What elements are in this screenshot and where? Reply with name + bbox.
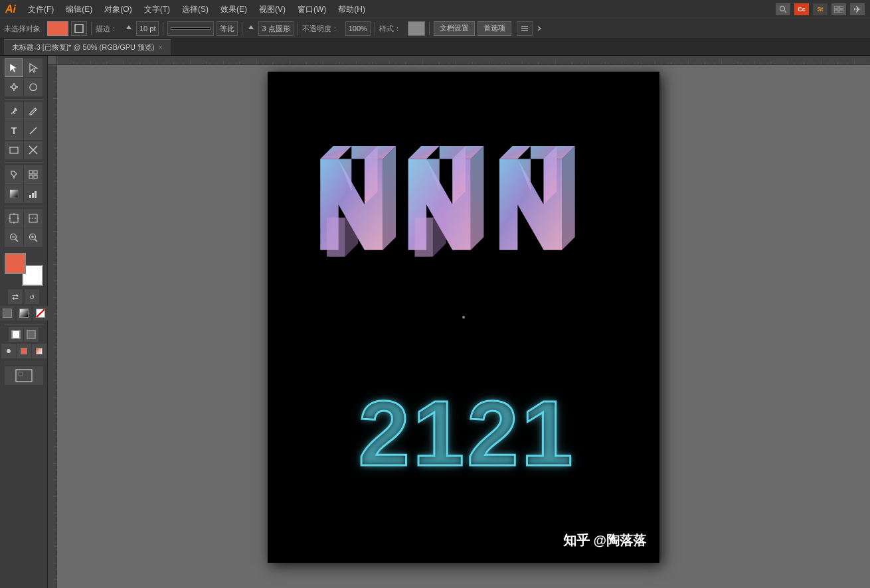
tab-close-btn[interactable]: × xyxy=(159,44,163,51)
tool-sep5 xyxy=(5,362,43,362)
isolate-mode-btn[interactable] xyxy=(24,327,39,342)
menu-select[interactable]: 选择(S) xyxy=(177,3,214,17)
direct-select-tool[interactable] xyxy=(24,58,43,77)
svg-marker-61 xyxy=(408,146,440,159)
sep4 xyxy=(298,22,298,35)
svg-line-36 xyxy=(35,240,38,242)
zoom-display[interactable] xyxy=(5,228,23,247)
svg-rect-40 xyxy=(19,372,23,376)
shape-tool-row xyxy=(5,141,43,159)
svg-rect-24 xyxy=(35,191,37,198)
type-tool[interactable]: T xyxy=(5,121,23,140)
point-shape[interactable]: 3 点圆形 xyxy=(258,21,293,36)
svg-rect-21 xyxy=(10,190,18,198)
svg-rect-18 xyxy=(34,171,37,174)
fill-mode-row xyxy=(0,306,48,321)
canvas-area: 2121 知乎 @陶落落 xyxy=(48,56,870,588)
lasso-tool[interactable] xyxy=(24,78,43,96)
menu-view[interactable]: 视图(V) xyxy=(254,3,291,17)
artboard-tool[interactable] xyxy=(5,209,23,228)
select-tool[interactable] xyxy=(5,58,23,77)
arrow-icon-box[interactable]: ✈ xyxy=(850,3,865,15)
normal-mode-btn[interactable] xyxy=(9,327,23,342)
svg-rect-22 xyxy=(29,195,31,198)
menu-window[interactable]: 窗口(W) xyxy=(292,3,331,17)
type-tool-row: T xyxy=(5,121,43,140)
menu-edit[interactable]: 编辑(E) xyxy=(60,3,98,17)
diagonal-tool[interactable] xyxy=(24,141,43,159)
menu-object[interactable]: 对象(O) xyxy=(99,3,137,17)
gradient-tool[interactable] xyxy=(5,184,23,203)
main-area: T xyxy=(0,56,870,588)
stroke-preview-box[interactable] xyxy=(167,21,214,36)
workspace-icon-box[interactable] xyxy=(831,3,846,15)
svg-point-0 xyxy=(780,7,785,11)
ai-logo: Ai xyxy=(5,3,16,15)
menu-text[interactable]: 文字(T) xyxy=(139,3,175,17)
artboard-container: 2121 知乎 @陶落落 xyxy=(64,72,863,581)
stock-icon-box[interactable]: St xyxy=(813,3,827,15)
gradient-fill-btn[interactable] xyxy=(17,306,31,321)
menu-bar: Ai 文件(F) 编辑(E) 对象(O) 文字(T) 选择(S) 效果(E) 视… xyxy=(0,0,870,19)
stroke-size[interactable]: 10 pt xyxy=(136,21,159,36)
menu-help[interactable]: 帮助(H) xyxy=(333,3,371,17)
stroke-up-icon xyxy=(124,24,133,33)
svg-rect-3 xyxy=(839,6,843,9)
no-fill-btn[interactable] xyxy=(33,306,48,321)
rect-tool[interactable] xyxy=(5,141,23,159)
chart-tool[interactable] xyxy=(24,184,43,203)
search-icon-box[interactable] xyxy=(776,3,790,15)
libraries-icon-box[interactable]: Cc xyxy=(794,3,809,15)
svg-marker-72 xyxy=(414,218,432,257)
preferences-btn[interactable]: 首选项 xyxy=(478,21,511,36)
svg-rect-19 xyxy=(29,175,33,179)
slice-tool[interactable] xyxy=(24,209,43,228)
svg-rect-6 xyxy=(75,25,83,33)
stroke-line-preview xyxy=(171,27,211,30)
magic-wand-tool[interactable] xyxy=(5,78,23,96)
menu-file[interactable]: 文件(F) xyxy=(23,3,59,17)
select-tool-row xyxy=(5,58,43,77)
doc-settings-btn[interactable]: 文档设置 xyxy=(434,21,475,36)
svg-line-13 xyxy=(30,127,37,134)
svg-rect-47 xyxy=(57,56,870,65)
document-tab[interactable]: 未标题-3 [已恢复]* @ 50% (RGB/GPU 预览) × xyxy=(4,39,171,55)
paintbucket-tool[interactable] xyxy=(5,165,23,184)
menu-effect[interactable]: 效果(E) xyxy=(215,3,252,17)
ruler-vertical xyxy=(48,65,57,588)
grid-tool[interactable] xyxy=(24,165,43,184)
style-box[interactable] xyxy=(408,21,425,36)
stroke-equal[interactable]: 等比 xyxy=(217,21,238,36)
svg-marker-69 xyxy=(562,146,575,250)
line-tool[interactable] xyxy=(24,121,43,140)
foreground-color-box[interactable] xyxy=(5,253,26,274)
sep6 xyxy=(429,22,430,35)
extra-tools[interactable] xyxy=(517,21,533,36)
opacity-value[interactable]: 100% xyxy=(345,21,371,36)
svg-rect-20 xyxy=(34,175,37,179)
3d-letters xyxy=(294,98,633,324)
reset-colors-btn[interactable]: ↺ xyxy=(25,289,39,304)
artboard: 2121 知乎 @陶落落 xyxy=(268,72,659,563)
tab-bar: 未标题-3 [已恢复]* @ 50% (RGB/GPU 预览) × xyxy=(0,38,870,56)
pencil-tool[interactable] xyxy=(24,102,43,121)
svg-marker-64 xyxy=(471,146,484,250)
zoom-in-tool[interactable] xyxy=(24,228,43,247)
sep1 xyxy=(91,22,92,35)
extra3-btn[interactable] xyxy=(32,344,46,358)
mode-tool-row xyxy=(9,327,39,342)
solid-fill-btn[interactable] xyxy=(0,306,15,321)
gradient-tool-row xyxy=(5,184,43,203)
svg-rect-23 xyxy=(32,193,34,198)
stroke-box[interactable] xyxy=(71,21,87,36)
extra1-btn[interactable] xyxy=(1,344,16,358)
canvas-tool[interactable] xyxy=(5,366,43,385)
svg-point-11 xyxy=(12,85,16,89)
svg-marker-70 xyxy=(327,218,345,257)
tab-title: 未标题-3 [已恢复]* @ 50% (RGB/GPU 预览) xyxy=(12,42,155,52)
extra2-btn[interactable] xyxy=(17,344,31,358)
fill-color-box[interactable] xyxy=(47,21,68,36)
toolbar: 未选择对象 描边： 10 pt 等比 3 点圆形 不透明度： 100% 样式： … xyxy=(0,19,870,38)
pen-tool[interactable] xyxy=(5,102,23,121)
swap-colors-btn[interactable]: ⇄ xyxy=(8,289,23,304)
